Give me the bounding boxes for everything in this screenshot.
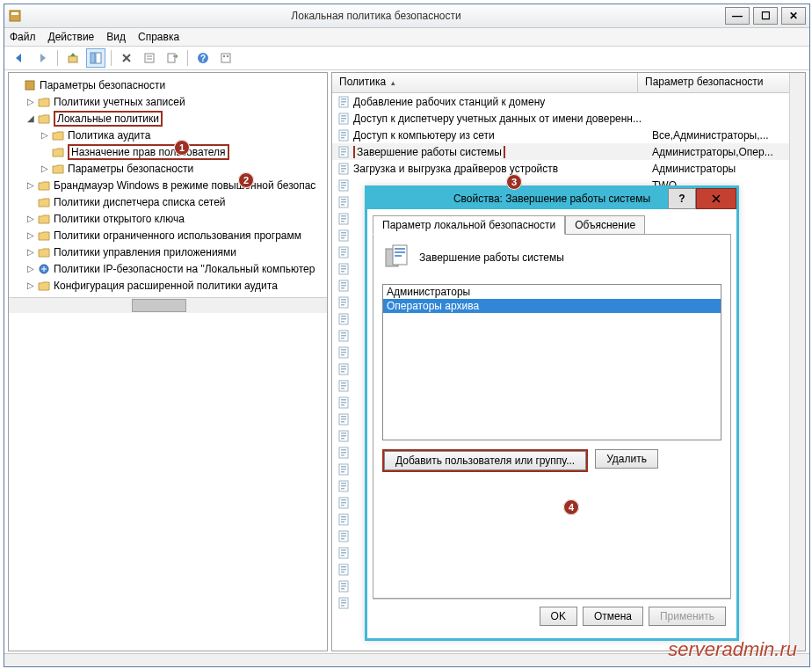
tree-item[interactable]: ▷Политика аудита <box>11 127 325 143</box>
help-button[interactable]: ? <box>193 48 213 68</box>
member-item-selected[interactable]: Операторы архива <box>383 299 721 313</box>
policy-icon <box>336 480 352 492</box>
expand-icon[interactable]: ▷ <box>25 180 37 190</box>
policy-icon <box>336 597 352 609</box>
menu-view[interactable]: Вид <box>106 31 126 43</box>
members-listbox[interactable]: Администраторы Операторы архива <box>382 284 721 440</box>
policy-row[interactable]: Добавление рабочих станций к домену <box>332 93 789 110</box>
minimize-button[interactable]: — <box>725 7 750 25</box>
dialog-close-button[interactable] <box>696 188 736 209</box>
tree-item-label: Локальные политики <box>54 111 163 127</box>
svg-rect-70 <box>341 318 346 320</box>
close-button[interactable]: ✕ <box>781 7 806 25</box>
svg-rect-139 <box>341 605 344 607</box>
tree-item[interactable]: ▷Политики открытого ключа <box>11 210 325 227</box>
policy-icon <box>336 530 352 542</box>
list-header: Политика▴ Параметр безопасности <box>332 73 789 93</box>
svg-rect-54 <box>341 251 346 253</box>
folder-icon <box>51 146 65 158</box>
tree-item[interactable]: Назначение прав пользователя <box>11 143 325 160</box>
apply-button[interactable]: Применить <box>649 607 726 626</box>
tree-item-label: Параметры безопасности <box>68 163 193 175</box>
expand-icon[interactable]: ▷ <box>25 214 37 223</box>
policy-row[interactable]: Доступ к компьютеру из сетиВсе,Администр… <box>332 127 789 143</box>
add-user-button[interactable]: Добавить пользователя или группу... <box>384 451 586 470</box>
expand-icon[interactable]: ▷ <box>25 280 37 290</box>
tree-item[interactable]: ▷Политики учетных записей <box>11 93 325 110</box>
svg-rect-81 <box>341 366 346 367</box>
properties-button[interactable] <box>140 48 159 68</box>
tree-panel: Параметры безопасности ▷Политики учетных… <box>8 72 328 651</box>
expand-icon[interactable]: ▷ <box>25 264 37 273</box>
policy-icon <box>336 229 352 242</box>
refresh-button[interactable] <box>216 48 236 68</box>
svg-rect-23 <box>341 120 344 122</box>
svg-rect-4 <box>96 53 101 63</box>
tree-hscrollbar[interactable] <box>9 297 327 313</box>
expand-icon[interactable]: ◢ <box>25 113 37 123</box>
policy-icon <box>336 396 352 409</box>
svg-rect-109 <box>341 483 346 484</box>
svg-rect-137 <box>341 600 346 601</box>
svg-rect-103 <box>341 454 344 456</box>
tree-item[interactable]: ▷Конфигурация расширенной политики аудит… <box>11 277 325 294</box>
show-tree-button[interactable] <box>86 48 105 68</box>
up-button[interactable] <box>63 48 83 68</box>
header-policy[interactable]: Политика▴ <box>332 73 638 92</box>
policy-row[interactable]: Доступ к диспетчеру учетных данных от им… <box>332 110 789 127</box>
expand-icon[interactable]: ▷ <box>25 230 37 240</box>
svg-rect-85 <box>341 382 346 384</box>
watermark: serveradmin.ru <box>668 638 797 661</box>
expand-icon[interactable]: ▷ <box>25 97 37 106</box>
policy-name: Доступ к диспетчеру учетных данных от им… <box>352 113 649 125</box>
menu-help[interactable]: Справка <box>138 31 179 43</box>
tree-item[interactable]: ▷Политики IP-безопасности на "Локальный … <box>11 260 325 277</box>
list-vscrollbar[interactable] <box>789 73 805 651</box>
expand-icon[interactable]: ▷ <box>25 247 37 257</box>
expand-icon[interactable]: ▷ <box>39 130 51 140</box>
policy-icon <box>336 113 352 125</box>
svg-rect-41 <box>341 199 346 200</box>
policy-row[interactable]: Загрузка и выгрузка драйверов устройствА… <box>332 160 789 177</box>
delete-button[interactable] <box>117 48 136 68</box>
security-icon <box>23 79 37 91</box>
dialog-help-button[interactable]: ? <box>668 188 696 209</box>
back-button[interactable] <box>10 48 29 68</box>
menu-action[interactable]: Действие <box>48 31 95 43</box>
export-button[interactable] <box>163 48 182 68</box>
maximize-button[interactable]: ☐ <box>753 7 778 25</box>
tree-item[interactable]: ▷Параметры безопасности <box>11 160 325 177</box>
forward-button[interactable] <box>33 48 52 68</box>
header-param[interactable]: Параметр безопасности <box>638 73 789 92</box>
svg-rect-143 <box>395 251 405 253</box>
member-item[interactable]: Администраторы <box>383 285 721 299</box>
tree-root[interactable]: Параметры безопасности <box>11 76 325 93</box>
svg-rect-30 <box>341 151 346 153</box>
tree-item[interactable]: ◢Локальные политики <box>11 110 325 127</box>
tree-item[interactable]: Политики диспетчера списка сетей <box>11 193 325 210</box>
folder-icon <box>37 113 51 125</box>
tab-local-security[interactable]: Параметр локальной безопасности <box>373 215 565 235</box>
remove-button[interactable]: Удалить <box>595 449 658 469</box>
policy-name: Завершение работы системы <box>352 146 649 158</box>
tree-item[interactable]: ▷Брандмауэр Windows в режиме повышенной … <box>11 177 325 193</box>
tree-item-label: Конфигурация расширенной политики аудита <box>54 280 278 292</box>
svg-rect-14 <box>25 81 34 90</box>
expand-icon[interactable]: ▷ <box>39 164 51 173</box>
policy-icon <box>336 280 352 292</box>
menu-file[interactable]: Файл <box>10 31 36 43</box>
policy-name: Добавление рабочих станций к домену <box>352 96 649 108</box>
policy-icon <box>336 296 352 309</box>
policy-row[interactable]: Завершение работы системыАдминистраторы,… <box>332 143 789 160</box>
svg-rect-22 <box>341 118 346 120</box>
svg-rect-61 <box>341 282 346 284</box>
cancel-button[interactable]: Отмена <box>583 607 643 626</box>
ok-button[interactable]: OK <box>540 607 577 626</box>
policy-name: Загрузка и выгрузка драйверов устройств <box>352 163 649 175</box>
tab-pane: Завершение работы системы Администраторы… <box>373 234 731 599</box>
tree-item[interactable]: ▷Политики управления приложениями <box>11 244 325 260</box>
tree-item[interactable]: ▷Политики ограниченного использования пр… <box>11 227 325 244</box>
tab-explanation[interactable]: Объяснение <box>565 215 645 235</box>
svg-rect-130 <box>341 569 346 571</box>
svg-rect-63 <box>341 287 344 289</box>
